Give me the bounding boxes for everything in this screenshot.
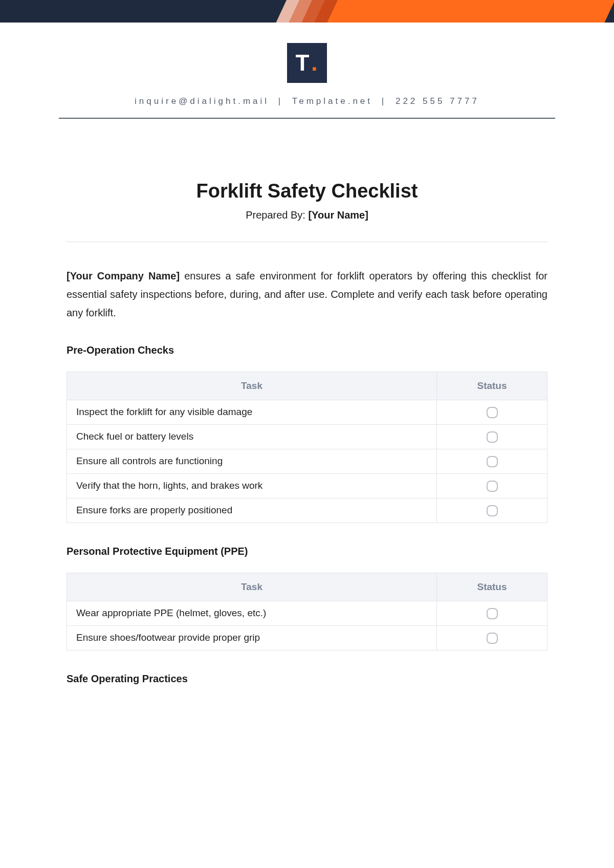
table-row: Check fuel or battery levels [67, 424, 547, 449]
checkbox-icon[interactable] [487, 608, 498, 619]
prepared-by-placeholder: [Your Name] [308, 209, 368, 221]
checkbox-icon[interactable] [487, 505, 498, 516]
checklist-table: TaskStatusWear appropriate PPE (helmet, … [67, 573, 547, 650]
checkbox-icon[interactable] [487, 431, 498, 443]
table-row: Ensure all controls are functioning [67, 449, 547, 473]
status-cell [437, 400, 547, 425]
company-placeholder: [Your Company Name] [67, 270, 180, 281]
status-cell [437, 473, 547, 498]
status-cell [437, 449, 547, 473]
status-cell [437, 601, 547, 625]
task-cell: Wear appropriate PPE (helmet, gloves, et… [67, 601, 437, 625]
prepared-by-label: Prepared By: [246, 209, 305, 221]
checklist-table: TaskStatusInspect the forklift for any v… [67, 372, 547, 523]
header-divider [59, 118, 555, 119]
contact-email: inquire@dialight.mail [135, 96, 269, 106]
table-row: Wear appropriate PPE (helmet, gloves, et… [67, 601, 547, 625]
task-cell: Ensure forks are properly positioned [67, 498, 437, 523]
col-header-task: Task [67, 573, 437, 601]
status-cell [437, 424, 547, 449]
separator-icon: | [382, 96, 386, 106]
contact-site: Template.net [292, 96, 372, 106]
contact-line: inquire@dialight.mail | Template.net | 2… [0, 96, 614, 106]
col-header-task: Task [67, 372, 437, 400]
section-heading: Personal Protective Equipment (PPE) [67, 546, 547, 557]
table-row: Ensure forks are properly positioned [67, 498, 547, 523]
prepared-by-line: Prepared By: [Your Name] [67, 209, 547, 221]
table-row: Ensure shoes/footwear provide proper gri… [67, 625, 547, 650]
task-cell: Verify that the horn, lights, and brakes… [67, 473, 437, 498]
intro-paragraph: [Your Company Name] ensures a safe envir… [67, 267, 547, 322]
task-cell: Ensure shoes/footwear provide proper gri… [67, 625, 437, 650]
checkbox-icon[interactable] [487, 633, 498, 644]
status-cell [437, 498, 547, 523]
contact-phone: 222 555 7777 [396, 96, 479, 106]
col-header-status: Status [437, 573, 547, 601]
status-cell [437, 625, 547, 650]
section-heading: Pre-Operation Checks [67, 344, 547, 356]
checkbox-icon[interactable] [487, 456, 498, 467]
top-bar [0, 0, 614, 23]
logo-mark: T. [287, 43, 327, 83]
task-cell: Ensure all controls are functioning [67, 449, 437, 473]
separator-icon: | [278, 96, 283, 106]
checkbox-icon[interactable] [487, 481, 498, 492]
col-header-status: Status [437, 372, 547, 400]
section-heading: Safe Operating Practices [67, 673, 547, 685]
task-cell: Check fuel or battery levels [67, 424, 437, 449]
table-row: Verify that the horn, lights, and brakes… [67, 473, 547, 498]
checkbox-icon[interactable] [487, 407, 498, 418]
page-title: Forklift Safety Checklist [67, 180, 547, 202]
table-row: Inspect the forklift for any visible dam… [67, 400, 547, 425]
logo-letter: T [295, 50, 310, 76]
task-cell: Inspect the forklift for any visible dam… [67, 400, 437, 425]
title-divider [67, 242, 547, 242]
top-accent-stripes [287, 0, 614, 23]
